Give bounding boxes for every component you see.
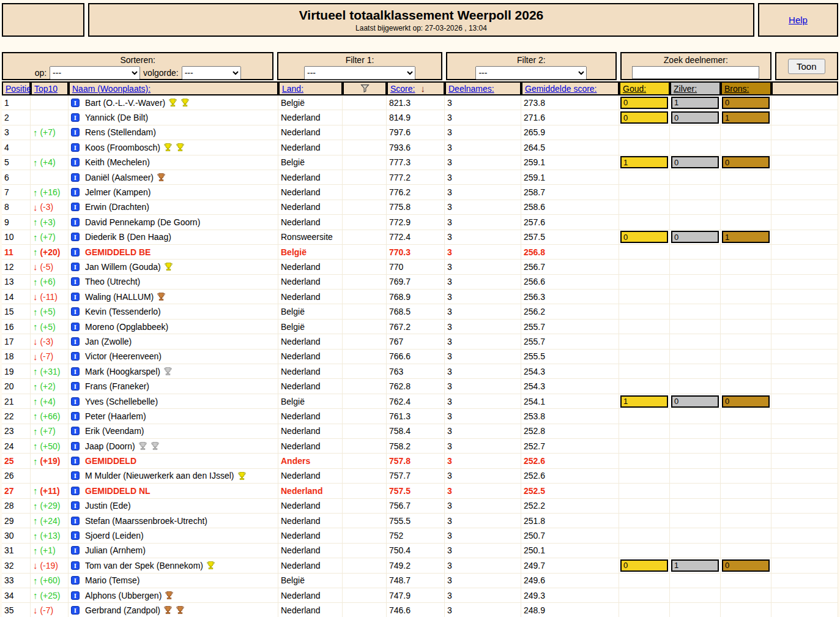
column-header-gemiddelde[interactable]: Gemiddelde score: xyxy=(525,84,597,94)
sort-by-select[interactable]: --- xyxy=(50,66,140,80)
row-filter-spacer xyxy=(343,304,387,319)
info-icon[interactable]: I xyxy=(71,248,80,256)
info-icon[interactable]: I xyxy=(71,546,80,555)
filter-funnel-icon[interactable] xyxy=(360,83,370,94)
search-input[interactable] xyxy=(632,66,759,79)
row-end-spacer xyxy=(771,350,838,364)
column-header-score[interactable]: Score: xyxy=(390,84,415,94)
row-deelnames: 3 xyxy=(445,334,521,349)
row-filter-spacer xyxy=(343,185,387,200)
info-icon[interactable]: I xyxy=(71,307,80,316)
participant-name: Mario (Temse) xyxy=(85,575,139,585)
row-position: 15 xyxy=(2,304,31,319)
info-icon[interactable]: I xyxy=(71,173,80,182)
row-end-spacer xyxy=(771,215,838,230)
info-icon[interactable]: I xyxy=(71,501,80,510)
info-icon[interactable]: I xyxy=(71,128,80,136)
column-header-top10[interactable]: Top10 xyxy=(34,84,58,94)
info-icon[interactable]: I xyxy=(71,99,80,107)
row-top10-change: ↑ (+7) xyxy=(31,230,69,245)
top10-delta: (-11) xyxy=(38,292,58,302)
row-end-spacer xyxy=(771,514,838,528)
info-icon[interactable]: I xyxy=(71,113,80,122)
row-brons-cell xyxy=(721,514,771,528)
info-icon[interactable]: I xyxy=(71,397,80,406)
info-icon[interactable]: I xyxy=(71,561,80,570)
gold-trophy-icon xyxy=(164,262,173,271)
participant-name: Frans (Franeker) xyxy=(85,381,149,391)
row-gemiddelde: 255.7 xyxy=(521,320,619,334)
order-select[interactable]: --- xyxy=(182,66,241,80)
info-icon[interactable]: I xyxy=(71,367,80,376)
row-name-cell: IJelmer (Kampen) xyxy=(69,185,278,200)
row-position: 20 xyxy=(2,379,31,394)
participant-name: Yannick (De Bilt) xyxy=(85,113,148,122)
participant-name: Theo (Utrecht) xyxy=(85,277,140,286)
info-icon[interactable]: I xyxy=(71,188,80,196)
down-arrow-icon: ↓ xyxy=(33,351,38,362)
row-score: 821.3 xyxy=(387,95,445,110)
bronze-trophy-icon xyxy=(176,605,185,615)
row-filter-spacer xyxy=(343,603,387,617)
info-icon[interactable]: I xyxy=(71,517,80,525)
info-icon[interactable]: I xyxy=(71,531,80,540)
info-icon[interactable]: I xyxy=(71,382,80,391)
row-deelnames: 3 xyxy=(445,469,521,484)
column-header-positie[interactable]: Positie: xyxy=(6,84,34,94)
row-brons-cell xyxy=(721,185,771,200)
column-header-goud[interactable]: Goud: xyxy=(623,84,646,94)
column-header-goud-cell: Goud: xyxy=(619,81,670,95)
row-gemiddelde: 253.8 xyxy=(521,409,619,424)
info-icon[interactable]: I xyxy=(71,591,80,600)
row-name-cell: IMario (Temse) xyxy=(69,574,278,588)
row-brons-cell xyxy=(721,350,771,364)
row-score: 757.8 xyxy=(387,454,445,468)
info-icon[interactable]: I xyxy=(71,471,80,480)
info-icon[interactable]: I xyxy=(71,143,80,152)
info-icon[interactable]: I xyxy=(71,233,80,241)
row-goud-cell xyxy=(619,544,670,558)
info-icon[interactable]: I xyxy=(71,427,80,435)
info-icon[interactable]: I xyxy=(71,293,80,301)
row-goud-cell xyxy=(619,603,670,617)
column-header-brons[interactable]: Brons: xyxy=(724,84,749,94)
info-icon[interactable]: I xyxy=(71,203,80,211)
help-link[interactable]: Help xyxy=(789,15,808,25)
sort-by-label: op: xyxy=(35,68,46,78)
column-header-deelnames[interactable]: Deelnames: xyxy=(448,84,494,94)
row-brons-cell xyxy=(721,260,771,274)
info-icon[interactable]: I xyxy=(71,218,80,226)
info-icon[interactable]: I xyxy=(71,457,80,465)
row-position: 7 xyxy=(2,185,31,200)
info-icon[interactable]: I xyxy=(71,323,80,331)
info-icon[interactable]: I xyxy=(71,606,80,615)
info-icon[interactable]: I xyxy=(71,352,80,361)
column-header-zilver[interactable]: Zilver: xyxy=(674,84,697,94)
row-deelnames: 3 xyxy=(445,603,521,617)
row-end-spacer xyxy=(771,200,838,215)
info-icon[interactable]: I xyxy=(71,263,80,271)
column-header-land[interactable]: Land: xyxy=(282,84,303,94)
row-score: 762.4 xyxy=(387,394,445,409)
row-land: Nederland xyxy=(278,125,343,140)
info-icon[interactable]: I xyxy=(71,412,80,421)
filter2-select[interactable]: --- xyxy=(475,66,587,80)
row-zilver-cell: 0 xyxy=(670,155,721,170)
row-filter-spacer xyxy=(343,424,387,439)
info-icon[interactable]: I xyxy=(71,576,80,585)
row-filter-spacer xyxy=(343,215,387,230)
row-filter-spacer xyxy=(343,469,387,484)
info-icon[interactable]: I xyxy=(71,277,80,286)
filter1-select[interactable]: --- xyxy=(304,66,415,80)
row-top10-change: ↑ (+25) xyxy=(31,588,69,603)
info-icon[interactable]: I xyxy=(71,442,80,451)
info-icon[interactable]: I xyxy=(71,337,80,346)
show-button[interactable]: Toon xyxy=(788,59,825,74)
row-top10-change: ↑ (+29) xyxy=(31,499,69,514)
silver-medal-count: 0 xyxy=(671,111,719,124)
up-arrow-icon: ↑ xyxy=(33,366,38,376)
row-deelnames: 3 xyxy=(445,200,521,215)
column-header-naam[interactable]: Naam (Woonplaats): xyxy=(72,84,151,94)
info-icon[interactable]: I xyxy=(71,487,80,495)
info-icon[interactable]: I xyxy=(71,158,80,166)
